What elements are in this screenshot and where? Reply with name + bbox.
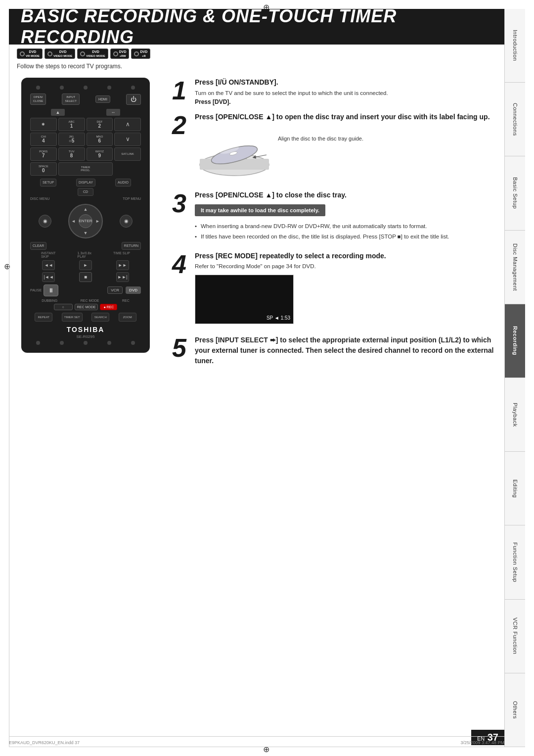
remote-bottom-dots bbox=[26, 341, 145, 345]
stop-button[interactable]: ■ bbox=[79, 272, 92, 282]
enter-button[interactable]: ENTER bbox=[79, 214, 92, 228]
step-3-content: Press [OPEN/CLOSE ▲] to close the disc t… bbox=[195, 190, 496, 244]
tab-disc-management[interactable]: Disc Management bbox=[505, 231, 525, 304]
remote-dot bbox=[60, 86, 64, 90]
step-1-number: 1 bbox=[172, 78, 190, 103]
cd-button[interactable]: CD bbox=[78, 188, 93, 196]
num-button-star[interactable]: ✱ bbox=[30, 118, 57, 131]
nav-left[interactable]: ◄ bbox=[71, 219, 76, 224]
nav-right[interactable]: ► bbox=[95, 219, 100, 224]
tray-button[interactable]: ▲ bbox=[51, 109, 65, 116]
remote-dot bbox=[131, 341, 135, 345]
tab-vcr-function[interactable]: VCR Function bbox=[505, 600, 525, 673]
dvd-icons-row: DVDVR MODE DVDVIDEO MODE DVDVIDEO MODE D… bbox=[9, 45, 504, 61]
display-button[interactable]: DISPLAY bbox=[76, 179, 95, 187]
rec-mode-button[interactable]: REC MODE bbox=[75, 304, 98, 310]
footer-filename: E9PKAUD_DVR620KU_EN.indd 37 bbox=[9, 740, 80, 745]
cd-row: CD bbox=[26, 188, 145, 196]
num-button-wxyz[interactable]: WXYZ9 bbox=[87, 147, 113, 161]
power-button[interactable]: ⏻ bbox=[126, 94, 141, 105]
input-select-button[interactable]: INPUTSELECT bbox=[62, 94, 79, 104]
sat-link-button[interactable]: SAT.LINK bbox=[114, 147, 141, 161]
open-close-button[interactable]: OPEN/CLOSE bbox=[30, 94, 46, 104]
dubbing-label: DUBBING bbox=[42, 299, 57, 302]
tab-function-setup[interactable]: Function Setup bbox=[505, 525, 525, 599]
disc-menu-button[interactable]: ◉ bbox=[39, 215, 51, 228]
page-title: BASIC RECORDING & ONE-TOUCH TIMER RECORD… bbox=[21, 6, 504, 47]
bottom-row: REPEAT TIMER SET SEARCH ZOOM bbox=[26, 312, 145, 323]
dvd-badge-r: DVD+R bbox=[131, 48, 150, 59]
scroll-down-button[interactable]: ∨ bbox=[114, 133, 141, 146]
zoom-button[interactable]: ZOOM bbox=[119, 313, 136, 322]
remote-brand: TOSHIBA bbox=[26, 326, 145, 333]
num-button-chi[interactable]: CHI4 bbox=[30, 133, 57, 146]
play-button[interactable]: ► bbox=[79, 260, 92, 270]
remote-dot bbox=[36, 86, 40, 90]
step-2: 2 Press [OPEN/CLOSE ▲] to open the disc … bbox=[172, 112, 496, 184]
remote-top-dots bbox=[26, 86, 145, 90]
repeat-button[interactable]: REPEAT bbox=[35, 313, 52, 322]
top-menu-button[interactable]: ◉ bbox=[120, 215, 133, 228]
nav-down[interactable]: ▼ bbox=[84, 231, 88, 236]
top-menu-label: TOP MENU bbox=[123, 197, 141, 200]
right-column: 1 Press [I/Ü ON/STANDBY]. Turn on the TV… bbox=[162, 74, 504, 736]
num-button-tuv[interactable]: TUV8 bbox=[58, 147, 85, 161]
setup-row: SETUP DISPLAY AUDIO bbox=[26, 178, 145, 188]
search-button[interactable]: SEARCH bbox=[91, 313, 109, 322]
num-button-abc[interactable]: ABC1 bbox=[58, 118, 85, 131]
tab-connections[interactable]: Connections bbox=[505, 83, 525, 156]
audio-button[interactable]: AUDIO bbox=[115, 179, 131, 187]
space-button[interactable]: SPACE0 bbox=[30, 162, 57, 176]
skip-back-button[interactable]: |◄◄ bbox=[42, 272, 55, 282]
step-5: 5 Press [INPUT SELECT ➨] to select the a… bbox=[172, 335, 496, 366]
step-3-note: It may take awhile to load the disc comp… bbox=[195, 204, 325, 216]
return-button[interactable]: RETURN bbox=[122, 242, 141, 250]
tab-recording[interactable]: Recording bbox=[505, 304, 525, 378]
rev-button[interactable]: ◄◄ bbox=[42, 260, 55, 270]
remote-dot bbox=[107, 86, 111, 90]
rec-mode-display: SP ◄ 1:53 bbox=[267, 315, 290, 321]
rec-label: REC bbox=[122, 299, 130, 302]
disc-tray-image bbox=[195, 125, 274, 180]
time-slip-label: TIME SLIP bbox=[113, 251, 130, 258]
dvd-button[interactable]: DVD bbox=[126, 286, 141, 294]
tab-introduction[interactable]: Introduction bbox=[505, 9, 525, 83]
tab-editing[interactable]: Editing bbox=[505, 452, 525, 525]
step-2-number: 2 bbox=[172, 112, 190, 138]
skip-fwd-button[interactable]: ►►| bbox=[116, 272, 129, 282]
hdmi-button[interactable]: HDMI bbox=[95, 95, 110, 103]
timer-prog-button[interactable]: TIMERPROG. bbox=[58, 162, 113, 176]
timer-set-button[interactable]: TIMER SET bbox=[62, 313, 83, 322]
vcr-button[interactable]: VCR bbox=[107, 286, 123, 294]
transport-row2: |◄◄ ■ ►►| bbox=[26, 272, 145, 283]
setup-button[interactable]: SETUP bbox=[40, 179, 56, 187]
remote-numpad: ✱ ABC1 DEF2 ∧ CHI4 JKL○5 MNO6 ∨ PQRS7 TU… bbox=[26, 117, 145, 177]
step-4: 4 Press [REC MODE] repeatedly to select … bbox=[172, 251, 496, 328]
step-2-title: Press [OPEN/CLOSE ▲] to open the disc tr… bbox=[195, 112, 496, 121]
dvd-badge-video1: DVDVIDEO MODE bbox=[44, 48, 75, 59]
num-button-jkl[interactable]: JKL○5 bbox=[58, 133, 85, 146]
dvd-badge-vr: DVDVR MODE bbox=[17, 48, 43, 59]
footer-timestamp: 3/25/2009 3:47:48 PM bbox=[460, 740, 504, 745]
step-5-number: 5 bbox=[172, 335, 190, 361]
dubbing-button[interactable]: ○ bbox=[54, 304, 73, 310]
left-column: OPEN/CLOSE INPUTSELECT HDMI ⏻ ▲ ↔ ✱ bbox=[9, 74, 162, 736]
tab-basic-setup[interactable]: Basic Setup bbox=[505, 156, 525, 230]
rec-mode-screen: SP ◄ 1:53 bbox=[195, 275, 294, 324]
rec-labels: DUBBING REC MODE REC bbox=[26, 298, 145, 303]
nav-circle: ▲ ▼ ◄ ► ENTER bbox=[68, 204, 103, 238]
num-button-mno[interactable]: MNO6 bbox=[87, 133, 113, 146]
input-button[interactable]: ↔ bbox=[106, 109, 120, 116]
clear-button[interactable]: CLEAR bbox=[30, 242, 46, 250]
pause-button[interactable]: ⏸ bbox=[44, 284, 58, 296]
scroll-up-button[interactable]: ∧ bbox=[114, 118, 141, 131]
num-button-pqrs[interactable]: PQRS7 bbox=[30, 147, 57, 161]
fwd-button[interactable]: ►► bbox=[116, 260, 129, 270]
rec-button[interactable]: ● REC bbox=[100, 304, 117, 310]
tab-playback[interactable]: Playback bbox=[505, 378, 525, 452]
remote-dot bbox=[60, 341, 64, 345]
num-button-def[interactable]: DEF2 bbox=[87, 118, 113, 131]
nav-up[interactable]: ▲ bbox=[84, 207, 88, 212]
tab-others[interactable]: Others bbox=[505, 673, 525, 747]
step-4-body: Refer to "Recording Mode" on page 34 for… bbox=[195, 262, 496, 271]
